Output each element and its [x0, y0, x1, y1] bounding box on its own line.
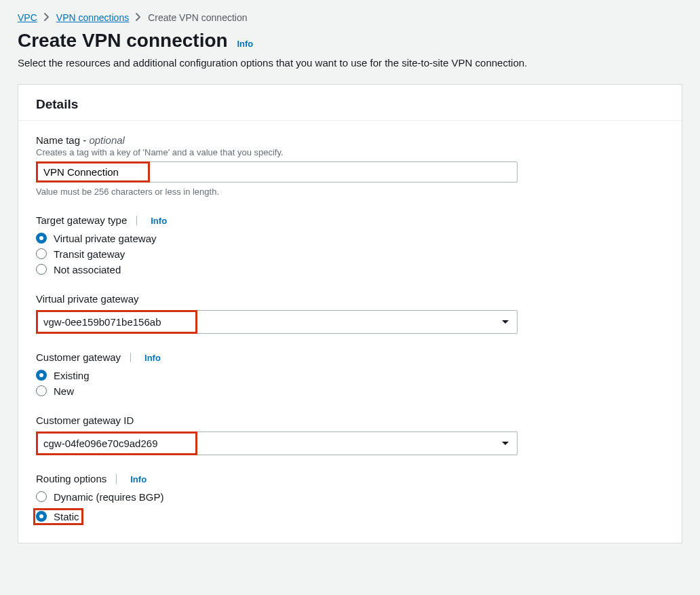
target-gateway-label: Target gateway type [36, 214, 127, 226]
breadcrumb-current: Create VPN connection [148, 12, 247, 23]
radio-label: Dynamic (requires BGP) [54, 491, 164, 503]
customer-gateway-label: Customer gateway [36, 351, 121, 363]
radio-icon [36, 264, 47, 275]
name-tag-constraint: Value must be 256 characters or less in … [36, 187, 664, 197]
customer-gateway-group: Customer gateway Info Existing New [36, 351, 664, 397]
radio-not-associated[interactable]: Not associated [36, 264, 664, 275]
breadcrumb: VPC VPN connections Create VPN connectio… [18, 12, 682, 23]
radio-icon [36, 491, 47, 502]
page-info-link[interactable]: Info [237, 39, 253, 49]
target-gateway-type-group: Target gateway type Info Virtual private… [36, 214, 664, 275]
radio-transit-gateway[interactable]: Transit gateway [36, 248, 664, 260]
routing-label: Routing options [36, 473, 106, 484]
name-tag-desc: Creates a tag with a key of 'Name' and a… [36, 147, 664, 157]
radio-static[interactable]: Static [36, 511, 79, 522]
vpg-select[interactable]: vgw-0ee159b071be156ab [36, 310, 518, 334]
page-description: Select the resources and additional conf… [18, 56, 682, 71]
vpg-label: Virtual private gateway [36, 293, 664, 305]
name-tag-group: Name tag - optional Creates a tag with a… [36, 134, 664, 197]
radio-label: Not associated [54, 264, 121, 275]
radio-label: Static [54, 511, 79, 522]
radio-virtual-private-gateway[interactable]: Virtual private gateway [36, 233, 664, 244]
radio-icon [36, 385, 47, 396]
radio-icon [36, 233, 47, 244]
radio-dynamic[interactable]: Dynamic (requires BGP) [36, 491, 664, 503]
breadcrumb-vpc[interactable]: VPC [18, 12, 37, 23]
radio-icon [36, 511, 47, 522]
radio-label: Transit gateway [54, 248, 125, 260]
page-title: Create VPN connection Info [18, 30, 682, 52]
radio-existing[interactable]: Existing [36, 370, 664, 381]
radio-icon [36, 370, 47, 381]
cgw-id-label: Customer gateway ID [36, 415, 664, 426]
radio-label: Virtual private gateway [54, 233, 156, 244]
vpg-selected-value: vgw-0ee159b071be156ab [43, 316, 161, 328]
cgw-id-select[interactable]: cgw-04fe096e70c9ad269 [36, 431, 518, 455]
breadcrumb-vpn-connections[interactable]: VPN connections [56, 12, 129, 23]
radio-label: Existing [54, 370, 90, 381]
routing-options-group: Routing options Info Dynamic (requires B… [36, 473, 664, 526]
radio-label: New [54, 385, 74, 397]
details-panel: Details Name tag - optional Creates a ta… [18, 84, 682, 543]
radio-icon [36, 248, 47, 259]
name-tag-input[interactable] [36, 161, 518, 183]
customer-gateway-info-link[interactable]: Info [144, 353, 161, 363]
routing-info-link[interactable]: Info [130, 474, 147, 484]
cgw-id-selected-value: cgw-04fe096e70c9ad269 [43, 438, 157, 449]
panel-title: Details [18, 85, 682, 121]
radio-new[interactable]: New [36, 385, 664, 397]
name-tag-label: Name tag - optional [36, 134, 664, 146]
chevron-right-icon [136, 12, 141, 23]
chevron-right-icon [44, 12, 50, 23]
customer-gateway-id-group: Customer gateway ID cgw-04fe096e70c9ad26… [36, 415, 664, 455]
virtual-private-gateway-group: Virtual private gateway vgw-0ee159b071be… [36, 293, 664, 334]
target-gateway-info-link[interactable]: Info [151, 216, 167, 226]
